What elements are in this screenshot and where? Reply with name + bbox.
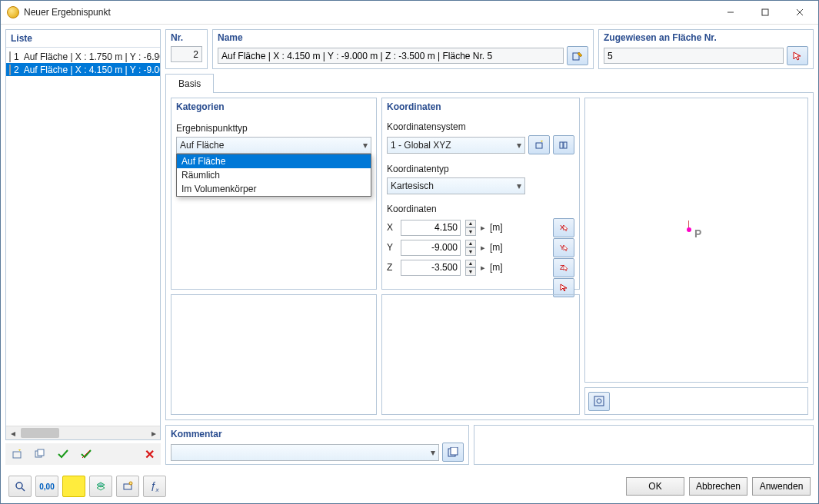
ok-button[interactable]: OK [626,477,684,496]
preview-point-marker [687,227,691,232]
pick-x-button[interactable]: X [553,218,574,237]
chevron-down-icon: ▾ [517,181,521,191]
y-label: Y [387,242,396,253]
number-label: Nr. [171,32,202,43]
scroll-thumb[interactable] [21,428,59,438]
pick-arrow-icon [792,51,803,61]
window-title: Neuer Ergebnispunkt [24,7,713,18]
comment-panel: Kommentar ▾ [165,425,469,465]
preview-toolbar [584,387,808,415]
preview-panel[interactable]: P [584,98,808,383]
tab-basis[interactable]: Basis [165,74,214,93]
svg-line-7 [82,450,90,458]
y-stepper[interactable]: ▲▼ [465,240,476,256]
close-button[interactable] [782,2,817,23]
units-button[interactable]: 0,00 [35,476,58,497]
coord-values-label: Koordinaten [387,204,574,214]
dialog-footer: 0,00 ƒx OK Abbrechen Anwenden [1,469,818,503]
view-icon [122,481,133,492]
dropdown-option[interactable]: Räumlich [177,168,371,182]
maximize-button[interactable] [747,2,782,23]
coord-system-combo[interactable]: 1 - Global XYZ ▾ [387,137,525,154]
result-point-type-combo[interactable]: Auf Fläche ▾ [176,137,371,154]
help-button[interactable] [8,476,32,497]
chevron-down-icon: ▾ [363,140,368,151]
dropdown-option[interactable]: Auf Fläche [177,154,371,168]
chevron-down-icon: ▾ [517,140,521,151]
library-icon [559,141,568,150]
coord-type-value: Kartesisch [391,181,434,191]
name-input[interactable] [218,48,564,64]
z-stepper[interactable]: ▲▼ [465,260,476,276]
result-point-type-value: Auf Fläche [180,140,224,151]
list-item-number: 2 [14,65,19,75]
view-tool-button[interactable] [116,476,139,497]
pick-y-button[interactable]: Y [553,238,574,257]
svg-rect-4 [13,452,21,458]
apply-button[interactable]: Anwenden [752,477,811,496]
pick-point-icon [559,283,568,292]
pick-surface-button[interactable] [787,46,808,65]
title-bar: Neuer Ergebnispunkt [1,1,818,25]
svg-rect-11 [564,142,567,148]
units-label: 0,00 [39,482,54,491]
scroll-left-arrow[interactable]: ◂ [6,426,19,439]
coord-type-combo[interactable]: Kartesisch ▾ [387,177,525,194]
coordinates-panel: Koordinaten Koordinatensystem 1 - Global… [381,98,580,290]
pick-z-icon: Z [559,263,568,272]
function-tool-button[interactable]: ƒx [143,476,166,497]
svg-rect-10 [560,142,563,148]
coord-system-new-button[interactable] [528,135,550,154]
horizontal-scrollbar[interactable]: ◂ ▸ [6,426,160,439]
pick-x-icon: X [559,223,568,232]
step-arrow-icon: ▸ [481,263,485,273]
x-label: X [387,222,396,233]
step-arrow-icon: ▸ [481,223,485,233]
z-input[interactable] [401,260,461,276]
check-exclude-button[interactable] [76,445,96,463]
y-input[interactable] [401,240,461,256]
x-input[interactable] [401,220,461,236]
scroll-track[interactable] [19,426,147,439]
chevron-down-icon: ▾ [431,447,435,458]
minimize-button[interactable] [713,2,747,23]
cancel-button[interactable]: Abbrechen [689,477,747,496]
categories-panel: Kategorien Ergebnispunkttyp Auf Fläche ▾… [171,98,377,290]
preview-settings-button[interactable] [588,392,610,411]
copy-item-button[interactable] [30,445,50,463]
list-item[interactable]: 2 Auf Fläche | X : 4.150 m | Y : -9.00 [6,63,160,76]
new-item-button[interactable] [7,445,27,463]
list-body[interactable]: 1 Auf Fläche | X : 1.750 m | Y : -6.90 2… [6,48,160,426]
edit-name-button[interactable] [567,46,588,65]
assigned-label: Zugewiesen an Fläche Nr. [604,32,808,43]
check-include-button[interactable] [53,445,73,463]
comment-title: Kommentar [171,429,464,439]
pencil-icon [572,51,583,61]
list-item-text: Auf Fläche | X : 1.750 m | Y : -6.90 [24,51,160,62]
comment-combo[interactable]: ▾ [171,444,439,461]
pick-y-icon: Y [559,243,568,252]
color-tool-button[interactable] [62,476,85,497]
x-unit: [m] [490,222,508,233]
comment-library-button[interactable] [442,443,464,462]
svg-rect-6 [38,449,44,456]
dropdown-option[interactable]: Im Volumenkörper [177,182,371,196]
coord-system-library-button[interactable] [553,135,574,154]
pick-z-button[interactable]: Z [553,258,574,277]
assigned-group: Zugewiesen an Fläche Nr. [598,29,814,69]
number-input[interactable] [171,46,202,62]
layer-tool-button[interactable] [89,476,112,497]
delete-item-button[interactable]: ✕ [139,445,159,463]
list-toolbar: ✕ [5,443,161,465]
name-label: Name [218,32,588,43]
svg-rect-18 [451,447,458,455]
list-item[interactable]: 1 Auf Fläche | X : 1.750 m | Y : -6.90 [6,50,160,63]
step-arrow-icon: ▸ [481,243,485,253]
name-group: Name [212,29,594,69]
svg-rect-9 [536,143,542,148]
minimize-icon [727,8,734,16]
scroll-right-arrow[interactable]: ▸ [147,426,160,439]
x-stepper[interactable]: ▲▼ [465,220,476,236]
assigned-input[interactable] [604,48,784,64]
list-header: Liste [6,30,160,48]
